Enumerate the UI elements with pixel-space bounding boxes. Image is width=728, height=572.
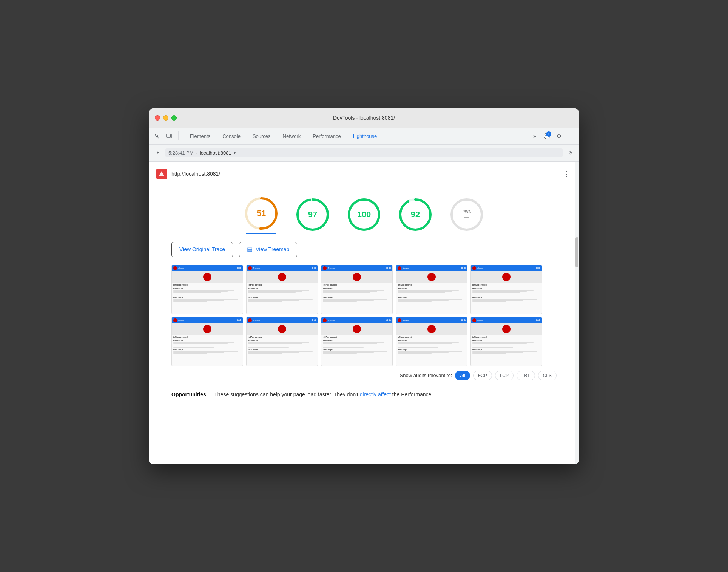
screenshot-4[interactable]: AbwesojeffApp coveredResourcesNext Steps	[396, 265, 467, 314]
mini-logo	[323, 318, 327, 322]
mini-logo	[173, 266, 177, 270]
svg-marker-2	[159, 171, 164, 176]
score-best-practices[interactable]: 100	[346, 196, 382, 233]
tab-elements[interactable]: Elements	[184, 128, 216, 144]
lighthouse-menu-button[interactable]: ⋮	[561, 168, 572, 180]
svg-rect-0	[167, 134, 170, 137]
tab-bar-icons	[152, 131, 181, 141]
svg-rect-1	[171, 135, 172, 137]
score-pwa[interactable]: PWA —	[449, 196, 485, 233]
score-value-performance: 51	[257, 209, 266, 218]
score-performance[interactable]: 51	[243, 195, 279, 234]
url-dropdown-icon: ▾	[234, 151, 236, 155]
audit-filter-label: Show audits relevant to:	[400, 373, 452, 378]
url-host: localhost:8081	[200, 150, 231, 156]
screenshot-row-2: AbwesojeffApp coveredResourcesNext Steps…	[171, 317, 557, 366]
devtools-content: http://localhost:8081/ ⋮ 51	[149, 162, 579, 464]
mini-logo	[173, 318, 177, 322]
minimize-button[interactable]	[163, 115, 168, 121]
opportunities-description: — These suggestions can help your page l…	[208, 391, 358, 397]
tabs: Elements Console Sources Network Perform…	[184, 128, 529, 144]
score-circle-pwa: PWA —	[449, 196, 485, 233]
opportunities-section: Opportunities — These suggestions can he…	[149, 385, 579, 408]
buttons-section: View Original Trace ▤ View Treemap	[149, 234, 579, 265]
lighthouse-header: http://localhost:8081/ ⋮	[149, 162, 579, 186]
score-underline	[246, 233, 276, 234]
opportunities-header: Opportunities — These suggestions can he…	[171, 385, 557, 400]
devtools-chrome: Elements Console Sources Network Perform…	[149, 128, 579, 162]
url-separator: -	[196, 150, 197, 156]
score-accessibility[interactable]: 97	[295, 196, 331, 233]
screenshot-2[interactable]: AbwesojeffApp coveredResourcesNext Steps	[246, 265, 318, 314]
filter-all-button[interactable]: All	[455, 371, 470, 380]
chat-badge: 1	[546, 131, 551, 137]
score-circle-seo: 92	[397, 196, 433, 233]
tab-actions: » 💬 1 ⚙ ⋮	[529, 131, 576, 141]
screenshot-3[interactable]: AbwesojeffApp coveredResourcesNext Steps	[321, 265, 393, 314]
tab-performance[interactable]: Performance	[307, 128, 347, 144]
screenshot-8[interactable]: AbwesojeffApp coveredResourcesNext Steps	[321, 317, 393, 366]
screenshot-7[interactable]: AbwesojeffApp coveredResourcesNext Steps	[246, 317, 318, 366]
url-input[interactable]: 5:28:41 PM - localhost:8081 ▾	[165, 148, 563, 157]
score-circle-best-practices: 100	[346, 196, 382, 233]
tab-separator	[178, 131, 179, 140]
mini-logo	[248, 318, 252, 322]
url-bar: + 5:28:41 PM - localhost:8081 ▾ ⊘	[149, 145, 579, 161]
tab-bar: Elements Console Sources Network Perform…	[149, 128, 579, 145]
filter-lcp-button[interactable]: LCP	[495, 371, 514, 380]
screenshot-9[interactable]: AbwesojeffApp coveredResourcesNext Steps	[396, 317, 467, 366]
score-seo[interactable]: 92	[397, 196, 433, 233]
screenshot-10[interactable]: AbwesojeffApp coveredResourcesNext Steps	[470, 317, 542, 366]
screenshot-strip: AbwesojeffApp coveredResourcesNext Steps…	[149, 265, 579, 366]
tab-sources[interactable]: Sources	[247, 128, 277, 144]
mini-logo	[248, 266, 252, 270]
mini-logo	[398, 318, 401, 322]
view-trace-button[interactable]: View Original Trace	[171, 242, 233, 257]
traffic-lights	[155, 115, 177, 121]
mini-logo	[472, 318, 476, 322]
devtools-window: DevTools - localhost:8081/	[149, 108, 579, 464]
settings-button[interactable]: ⚙	[554, 131, 564, 141]
opportunities-title: Opportunities	[171, 391, 206, 397]
filter-tbt-button[interactable]: TBT	[517, 371, 535, 380]
filter-fcp-button[interactable]: FCP	[473, 371, 492, 380]
tab-network[interactable]: Network	[277, 128, 307, 144]
opportunities-link[interactable]: directly affect	[360, 391, 391, 397]
window-title: DevTools - localhost:8081/	[333, 115, 395, 121]
inspect-icon[interactable]	[152, 131, 162, 141]
close-button[interactable]	[155, 115, 160, 121]
screenshot-1[interactable]: AbwesojeffApp coveredResourcesNext Steps	[171, 265, 243, 314]
mini-logo	[398, 266, 401, 270]
filter-cls-button[interactable]: CLS	[538, 371, 557, 380]
tab-lighthouse[interactable]: Lighthouse	[347, 128, 383, 144]
score-circle-performance: 51	[243, 195, 279, 232]
score-section: 51 97	[149, 186, 579, 234]
score-value-accessibility: 97	[308, 210, 317, 220]
audit-filter-bar: Show audits relevant to: All FCP LCP TBT…	[149, 366, 579, 385]
chat-button[interactable]: 💬 1	[541, 131, 552, 141]
scroll-thumb[interactable]	[575, 237, 578, 267]
opportunities-description-end: the Performance	[392, 391, 432, 397]
lighthouse-header-actions: ⋮	[561, 168, 572, 180]
lighthouse-url: http://localhost:8081/	[171, 171, 220, 177]
maximize-button[interactable]	[171, 115, 177, 121]
more-options-button[interactable]: ⋮	[566, 131, 576, 141]
tab-console[interactable]: Console	[216, 128, 247, 144]
mini-logo	[472, 266, 476, 270]
scrollbar[interactable]	[575, 162, 579, 464]
main-wrapper: http://localhost:8081/ ⋮ 51	[149, 162, 579, 464]
mini-logo	[323, 266, 327, 270]
screenshot-5[interactable]: AbwesojeffApp coveredResourcesNext Steps	[470, 265, 542, 314]
title-bar: DevTools - localhost:8081/	[149, 108, 579, 128]
screenshot-6[interactable]: AbwesojeffApp coveredResourcesNext Steps	[171, 317, 243, 366]
view-treemap-button[interactable]: ▤ View Treemap	[239, 242, 297, 257]
device-toggle-icon[interactable]	[164, 131, 174, 141]
treemap-icon: ▤	[247, 246, 253, 253]
score-circle-accessibility: 97	[295, 196, 331, 233]
add-tab-button[interactable]: +	[153, 148, 162, 157]
url-time: 5:28:41 PM	[168, 150, 194, 156]
more-tabs-button[interactable]: »	[529, 131, 540, 141]
score-value-seo: 92	[411, 210, 420, 220]
score-circles: 51 97	[243, 195, 485, 234]
no-access-icon[interactable]: ⊘	[566, 148, 575, 157]
